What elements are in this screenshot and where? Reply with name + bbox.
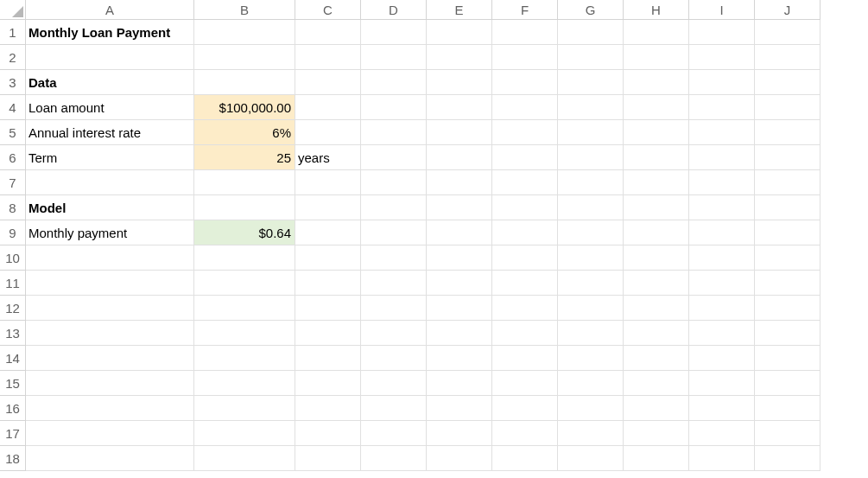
cell-I14[interactable] [689,346,755,371]
cell-J18[interactable] [755,446,820,471]
cell-G17[interactable] [558,421,624,446]
cell-D13[interactable] [361,321,427,346]
cell-D4[interactable] [361,95,427,120]
cell-D16[interactable] [361,396,427,421]
cell-H6[interactable] [624,145,689,170]
cell-A16[interactable] [26,396,194,421]
cell-H15[interactable] [624,371,689,396]
cell-B5[interactable]: 6% [194,120,295,145]
cell-B4[interactable]: $100,000.00 [194,95,295,120]
cell-E7[interactable] [427,170,492,195]
cell-C8[interactable] [295,195,361,220]
cell-G4[interactable] [558,95,624,120]
cell-F12[interactable] [492,296,558,321]
cell-F16[interactable] [492,396,558,421]
cell-D6[interactable] [361,145,427,170]
cell-I15[interactable] [689,371,755,396]
cell-A17[interactable] [26,421,194,446]
cell-I12[interactable] [689,296,755,321]
cell-B3[interactable] [194,70,295,95]
cell-A3[interactable]: Data [26,70,194,95]
cell-G18[interactable] [558,446,624,471]
cell-G2[interactable] [558,45,624,70]
cell-J8[interactable] [755,195,820,220]
cell-H11[interactable] [624,271,689,296]
cell-I8[interactable] [689,195,755,220]
cell-C15[interactable] [295,371,361,396]
row-header-1[interactable]: 1 [0,20,26,45]
cell-C6[interactable]: years [295,145,361,170]
cell-C9[interactable] [295,220,361,245]
cell-G13[interactable] [558,321,624,346]
cell-I6[interactable] [689,145,755,170]
cell-H18[interactable] [624,446,689,471]
cell-F14[interactable] [492,346,558,371]
cell-E16[interactable] [427,396,492,421]
cell-B15[interactable] [194,371,295,396]
cell-F11[interactable] [492,271,558,296]
cell-I16[interactable] [689,396,755,421]
cell-J11[interactable] [755,271,820,296]
cell-G16[interactable] [558,396,624,421]
cell-G9[interactable] [558,220,624,245]
row-header-18[interactable]: 18 [0,446,26,471]
cell-E4[interactable] [427,95,492,120]
cell-I13[interactable] [689,321,755,346]
cell-I11[interactable] [689,271,755,296]
row-header-17[interactable]: 17 [0,421,26,446]
row-header-5[interactable]: 5 [0,120,26,145]
cell-E17[interactable] [427,421,492,446]
cell-D2[interactable] [361,45,427,70]
cell-E18[interactable] [427,446,492,471]
cell-D17[interactable] [361,421,427,446]
cell-J2[interactable] [755,45,820,70]
row-header-3[interactable]: 3 [0,70,26,95]
cell-H8[interactable] [624,195,689,220]
cell-F9[interactable] [492,220,558,245]
cell-I4[interactable] [689,95,755,120]
cell-A18[interactable] [26,446,194,471]
cell-J10[interactable] [755,245,820,271]
cell-J15[interactable] [755,371,820,396]
col-header-C[interactable]: C [295,0,361,20]
cell-I5[interactable] [689,120,755,145]
cell-E14[interactable] [427,346,492,371]
cell-D10[interactable] [361,245,427,271]
cell-I2[interactable] [689,45,755,70]
cell-J7[interactable] [755,170,820,195]
cell-C4[interactable] [295,95,361,120]
cell-J6[interactable] [755,145,820,170]
cell-D1[interactable] [361,20,427,45]
cell-J1[interactable] [755,20,820,45]
cell-F1[interactable] [492,20,558,45]
cell-H5[interactable] [624,120,689,145]
cell-B6[interactable]: 25 [194,145,295,170]
cell-D9[interactable] [361,220,427,245]
cell-A2[interactable] [26,45,194,70]
row-header-16[interactable]: 16 [0,396,26,421]
cell-C16[interactable] [295,396,361,421]
cell-C11[interactable] [295,271,361,296]
cell-B16[interactable] [194,396,295,421]
cell-B18[interactable] [194,446,295,471]
cell-C17[interactable] [295,421,361,446]
col-header-D[interactable]: D [361,0,427,20]
cell-D3[interactable] [361,70,427,95]
cell-A14[interactable] [26,346,194,371]
cell-B10[interactable] [194,245,295,271]
select-all-corner[interactable] [0,0,26,20]
cell-G12[interactable] [558,296,624,321]
cell-C18[interactable] [295,446,361,471]
cell-B11[interactable] [194,271,295,296]
cell-B2[interactable] [194,45,295,70]
cell-B17[interactable] [194,421,295,446]
cell-J9[interactable] [755,220,820,245]
cell-H2[interactable] [624,45,689,70]
cell-D14[interactable] [361,346,427,371]
cell-F4[interactable] [492,95,558,120]
cell-F2[interactable] [492,45,558,70]
cell-E9[interactable] [427,220,492,245]
cell-B14[interactable] [194,346,295,371]
cell-E2[interactable] [427,45,492,70]
col-header-F[interactable]: F [492,0,558,20]
